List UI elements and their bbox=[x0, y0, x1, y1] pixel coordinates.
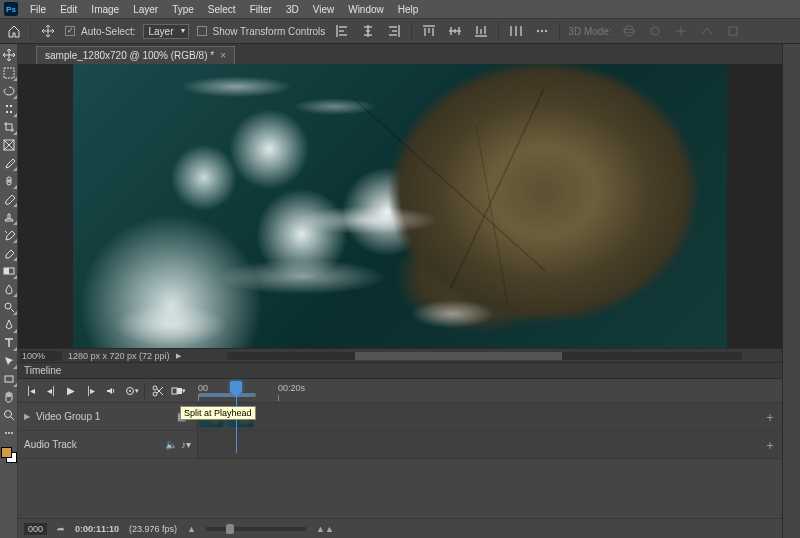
document-tab[interactable]: sample_1280x720 @ 100% (RGB/8) * × bbox=[36, 46, 235, 64]
timeline-zoom-knob[interactable] bbox=[226, 524, 234, 534]
work-area-bar[interactable] bbox=[198, 393, 256, 397]
rectangle-tool-icon[interactable] bbox=[0, 370, 18, 388]
hand-tool-icon[interactable] bbox=[0, 388, 18, 406]
menu-edit[interactable]: Edit bbox=[54, 2, 83, 17]
align-left-edges-icon[interactable] bbox=[333, 22, 351, 40]
menu-file[interactable]: File bbox=[24, 2, 52, 17]
foreground-color-swatch[interactable] bbox=[1, 447, 12, 458]
playhead-line bbox=[236, 393, 237, 453]
home-icon[interactable] bbox=[6, 23, 22, 39]
path-selection-tool-icon[interactable] bbox=[0, 352, 18, 370]
pen-tool-icon[interactable] bbox=[0, 316, 18, 334]
align-top-edges-icon[interactable] bbox=[420, 22, 438, 40]
ruler-tick-1: 00:20s bbox=[278, 383, 305, 393]
timeline-ruler[interactable]: 00 00:20s bbox=[198, 379, 772, 403]
menu-type[interactable]: Type bbox=[166, 2, 200, 17]
split-at-playhead-icon[interactable] bbox=[149, 382, 167, 400]
timeline-settings-icon[interactable]: ▾ bbox=[122, 382, 140, 400]
audio-track-label: Audio Track bbox=[24, 439, 77, 450]
marquee-tool-icon[interactable] bbox=[0, 64, 18, 82]
h-scrollbar[interactable] bbox=[227, 352, 742, 360]
audio-track-header[interactable]: Audio Track 🔈 ♪▾ bbox=[18, 431, 198, 458]
menu-help[interactable]: Help bbox=[392, 2, 425, 17]
doc-info-caret-icon[interactable]: ▶ bbox=[176, 352, 181, 360]
menu-window[interactable]: Window bbox=[342, 2, 390, 17]
healing-brush-tool-icon[interactable] bbox=[0, 172, 18, 190]
svg-rect-22 bbox=[172, 388, 177, 394]
timeline-tracks: ▶ Video Group 1 ▦▾ ＋ Audio Track 🔈 ♪▾ bbox=[18, 403, 782, 518]
3d-scale-icon bbox=[724, 22, 742, 40]
gradient-tool-icon[interactable] bbox=[0, 262, 18, 280]
align-hcenter-icon[interactable] bbox=[359, 22, 377, 40]
play-icon[interactable]: ▶ bbox=[62, 382, 80, 400]
menu-filter[interactable]: Filter bbox=[244, 2, 278, 17]
svg-point-4 bbox=[624, 29, 634, 33]
zoom-tool-icon[interactable] bbox=[0, 406, 18, 424]
add-audio-icon[interactable]: ＋ bbox=[764, 436, 776, 453]
move-tool-icon[interactable] bbox=[0, 46, 18, 64]
history-brush-tool-icon[interactable] bbox=[0, 226, 18, 244]
timecode[interactable]: 0:00:11:10 bbox=[75, 524, 119, 534]
distribute-h-icon[interactable] bbox=[507, 22, 525, 40]
tooltip: Split at Playhead bbox=[180, 406, 256, 420]
track-note-icon[interactable]: ♪▾ bbox=[181, 439, 191, 450]
eraser-tool-icon[interactable] bbox=[0, 244, 18, 262]
audio-track-lane[interactable]: ＋ bbox=[198, 431, 782, 458]
timeline-title: Timeline bbox=[24, 365, 61, 376]
svg-point-21 bbox=[153, 392, 157, 396]
eyedropper-tool-icon[interactable] bbox=[0, 154, 18, 172]
right-panel-dock[interactable] bbox=[782, 44, 800, 538]
mute-audio-icon[interactable] bbox=[102, 382, 120, 400]
frame-counter[interactable]: 000 bbox=[24, 523, 47, 535]
show-transform-checkbox[interactable] bbox=[197, 26, 207, 36]
quick-selection-tool-icon[interactable] bbox=[0, 100, 18, 118]
align-bottom-edges-icon[interactable] bbox=[472, 22, 490, 40]
more-options-icon[interactable] bbox=[533, 22, 551, 40]
3d-orbit-icon bbox=[620, 22, 638, 40]
add-media-icon[interactable]: ＋ bbox=[764, 408, 776, 425]
h-scroll-thumb[interactable] bbox=[355, 352, 561, 360]
menu-bar: Ps File Edit Image Layer Type Select Fil… bbox=[0, 0, 800, 18]
zoom-in-icon[interactable]: ▲▲ bbox=[316, 524, 334, 534]
zoom-out-icon[interactable]: ▲ bbox=[187, 524, 196, 534]
zoom-field[interactable]: 100% bbox=[20, 351, 62, 361]
blur-tool-icon[interactable] bbox=[0, 280, 18, 298]
render-icon[interactable]: ➦ bbox=[57, 524, 65, 534]
svg-point-19 bbox=[129, 390, 131, 392]
align-vcenter-icon[interactable] bbox=[446, 22, 464, 40]
lasso-tool-icon[interactable] bbox=[0, 82, 18, 100]
color-swatches[interactable] bbox=[0, 446, 18, 464]
video-track-lane[interactable]: ＋ bbox=[198, 403, 782, 430]
auto-select-dropdown[interactable]: Layer bbox=[143, 24, 188, 39]
timeline-zoom-slider[interactable] bbox=[206, 527, 306, 531]
menu-view[interactable]: View bbox=[307, 2, 341, 17]
go-to-prev-frame-icon[interactable]: ◂| bbox=[42, 382, 60, 400]
brush-tool-icon[interactable] bbox=[0, 190, 18, 208]
viewport[interactable] bbox=[18, 64, 782, 348]
3d-pan-icon bbox=[672, 22, 690, 40]
close-tab-icon[interactable]: × bbox=[220, 50, 226, 61]
auto-select-checkbox[interactable] bbox=[65, 26, 75, 36]
dodge-tool-icon[interactable] bbox=[0, 298, 18, 316]
menu-select[interactable]: Select bbox=[202, 2, 242, 17]
menu-image[interactable]: Image bbox=[85, 2, 125, 17]
svg-point-1 bbox=[541, 30, 543, 32]
align-right-edges-icon[interactable] bbox=[385, 22, 403, 40]
edit-toolbar-icon[interactable] bbox=[0, 424, 18, 442]
transition-icon[interactable]: ▾ bbox=[169, 382, 187, 400]
clone-stamp-tool-icon[interactable] bbox=[0, 208, 18, 226]
frame-tool-icon[interactable] bbox=[0, 136, 18, 154]
crop-tool-icon[interactable] bbox=[0, 118, 18, 136]
chevron-right-icon[interactable]: ▶ bbox=[24, 412, 30, 421]
go-to-first-frame-icon[interactable]: |◂ bbox=[22, 382, 40, 400]
menu-3d[interactable]: 3D bbox=[280, 2, 305, 17]
ruler-tick-0: 00 bbox=[198, 383, 208, 393]
go-to-next-frame-icon[interactable]: |▸ bbox=[82, 382, 100, 400]
menu-layer[interactable]: Layer bbox=[127, 2, 164, 17]
playhead-marker-icon[interactable] bbox=[230, 381, 242, 393]
move-tool-indicator-icon[interactable] bbox=[39, 22, 57, 40]
audio-track: Audio Track 🔈 ♪▾ ＋ bbox=[18, 431, 782, 459]
track-speaker-icon[interactable]: 🔈 bbox=[165, 439, 177, 450]
type-tool-icon[interactable] bbox=[0, 334, 18, 352]
video-group-header[interactable]: ▶ Video Group 1 ▦▾ bbox=[18, 403, 198, 430]
